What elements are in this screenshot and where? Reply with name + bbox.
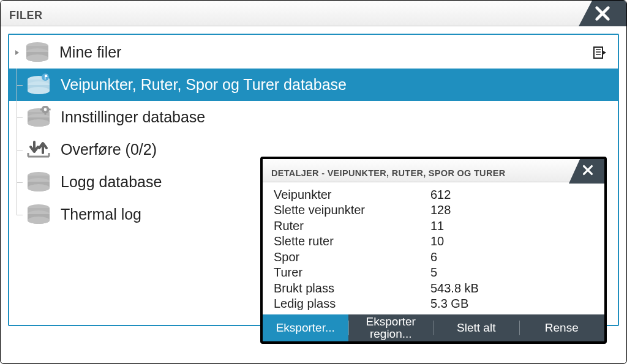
detail-row: Turer5 (274, 265, 593, 281)
database-icon (21, 40, 53, 65)
details-icon[interactable] (591, 43, 609, 62)
detail-row: Ruter11 (274, 218, 593, 234)
svg-rect-17 (45, 113, 47, 114)
detail-key: Slette veipunkter (274, 203, 430, 217)
database-flag-icon (23, 73, 54, 97)
button-label: Slett alt (457, 322, 495, 334)
detail-row: Spor6 (274, 250, 593, 266)
export-button[interactable]: Eksporter... (263, 314, 348, 341)
button-label: Eksporter... (276, 322, 335, 334)
detail-key: Ruter (274, 219, 430, 233)
svg-point-26 (28, 217, 50, 224)
detail-footer: Eksporter... Eksporter region... Slett a… (263, 314, 604, 341)
detail-row: Veipunkter612 (274, 187, 593, 203)
detail-value: 5 (430, 266, 593, 280)
export-region-button[interactable]: Eksporter region... (348, 314, 434, 341)
tree-connector (14, 69, 23, 101)
detail-key: Turer (274, 266, 430, 280)
transfer-icon (23, 138, 54, 162)
detail-key: Ledig plass (274, 297, 430, 311)
files-window: FILER Mine filer (0, 0, 627, 364)
close-icon (594, 5, 611, 22)
detail-row: Brukt plass543.8 kB (274, 281, 593, 297)
detail-value: 10 (430, 234, 593, 248)
detail-body: Veipunkter612 Slette veipunkter128 Ruter… (263, 182, 604, 314)
svg-point-2 (26, 54, 48, 62)
svg-point-20 (44, 108, 47, 111)
purge-button[interactable]: Rense (519, 314, 605, 341)
detail-value: 128 (430, 203, 593, 217)
button-label: Rense (545, 322, 579, 334)
detail-key: Brukt plass (274, 281, 430, 295)
detail-value: 11 (430, 219, 593, 233)
detail-header: DETALJER - VEIPUNKTER, RUTER, SPOR OG TU… (263, 159, 604, 182)
detail-value: 5.3 GB (430, 297, 593, 311)
database-icon (23, 202, 54, 227)
detail-key: Slette ruter (274, 234, 430, 248)
window-title: FILER (9, 9, 43, 26)
detail-key: Veipunkter (274, 188, 430, 202)
expand-handle[interactable] (14, 46, 20, 59)
database-icon (23, 170, 54, 195)
button-label: Eksporter region... (366, 316, 416, 340)
list-item-label: Veipunkter, Ruter, Spor og Turer databas… (61, 76, 618, 94)
list-item-waypoints-db[interactable]: Veipunkter, Ruter, Spor og Turer databas… (9, 69, 618, 101)
list-item-settings-db[interactable]: Innstillinger database (9, 101, 618, 133)
svg-rect-3 (594, 47, 603, 58)
detail-close-button[interactable] (569, 157, 607, 184)
detail-row: Ledig plass5.3 GB (274, 296, 593, 312)
svg-point-14 (28, 119, 50, 127)
detail-title: DETALJER - VEIPUNKTER, RUTER, SPOR OG TU… (271, 168, 505, 178)
list-item-label: Mine filer (59, 43, 591, 61)
svg-point-23 (28, 184, 50, 191)
detail-row: Slette veipunkter128 (274, 202, 593, 218)
detail-panel: DETALJER - VEIPUNKTER, RUTER, SPOR OG TU… (260, 157, 607, 344)
list-item-label: Innstillinger database (61, 108, 618, 126)
window-close-button[interactable] (579, 1, 626, 26)
tree-connector (14, 133, 23, 166)
svg-point-9 (28, 87, 50, 94)
delete-all-button[interactable]: Slett alt (434, 314, 519, 341)
detail-value: 6 (430, 250, 593, 264)
list-item-my-files[interactable]: Mine filer (9, 36, 618, 69)
svg-rect-18 (40, 108, 42, 110)
close-icon (581, 163, 595, 177)
tree-connector (14, 166, 23, 198)
detail-row: Slette ruter10 (274, 234, 593, 250)
database-gear-icon (23, 105, 54, 130)
tree-connector (14, 198, 23, 231)
detail-key: Spor (274, 250, 430, 264)
titlebar: FILER (1, 1, 626, 26)
list-item-label: Overføre (0/2) (61, 141, 618, 158)
detail-value: 543.8 kB (430, 281, 593, 295)
svg-rect-19 (49, 108, 51, 110)
detail-value: 612 (430, 188, 593, 202)
tree-connector (14, 101, 23, 133)
